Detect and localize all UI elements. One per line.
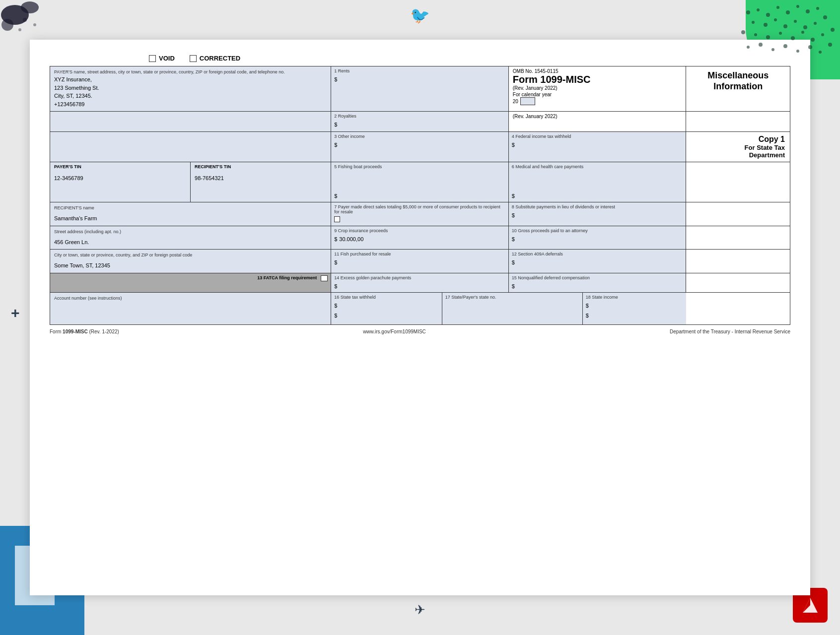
copy1-sub1: For State Tax	[691, 144, 785, 151]
bird-top-icon: 🐦	[410, 6, 430, 25]
field-1-dollar: $	[334, 76, 337, 82]
calendar-year-row: 20	[513, 97, 682, 105]
svg-point-13	[816, 7, 819, 10]
svg-point-5	[18, 28, 21, 31]
svg-point-38	[828, 43, 832, 47]
svg-point-1	[21, 1, 39, 13]
field-4-input[interactable]: $	[512, 141, 683, 149]
field-18a-input[interactable]: $	[586, 302, 684, 310]
field-2-value[interactable]	[338, 121, 505, 128]
field-18a-value[interactable]	[590, 302, 683, 310]
field-16a-input[interactable]: $	[334, 302, 439, 310]
svg-point-23	[754, 33, 757, 36]
field-12-cell: 12 Section 409A deferrals $	[509, 250, 687, 273]
calendar-year-prefix: 20	[513, 99, 518, 104]
corrected-label: CORRECTED	[200, 55, 240, 62]
row-2: 2 Royalties $ (Rev. January 2022)	[50, 112, 790, 132]
field-12-input[interactable]: $	[512, 258, 683, 266]
field-10-value[interactable]	[516, 235, 683, 243]
row8-spacer	[686, 273, 790, 292]
field-18b-value[interactable]	[590, 312, 683, 319]
field-3-input[interactable]: $	[334, 141, 505, 149]
field-10-cell: 10 Gross proceeds paid to an attorney $	[509, 226, 687, 250]
green-dots-decoration	[738, 2, 838, 82]
field-9-value[interactable]	[338, 235, 505, 243]
field-16-cell: 16 State tax withheld $ $	[331, 293, 442, 324]
field-7-cell: 7 Payer made direct sales totaling $5,00…	[331, 202, 509, 226]
field-5-label: 5 Fishing boat proceeds	[334, 164, 505, 169]
payer-label: PAYER'S name, street address, city or to…	[54, 69, 327, 74]
svg-point-16	[774, 18, 777, 21]
city-state-label: City or town, state or province, country…	[54, 253, 327, 257]
svg-point-14	[752, 21, 755, 24]
field-3-label: 3 Other income	[334, 134, 505, 139]
row-1: PAYER'S name, street address, city or to…	[50, 66, 790, 112]
field-17b-line[interactable]	[445, 312, 579, 319]
field-15-input[interactable]: $	[512, 282, 683, 290]
void-checkbox-label[interactable]: VOID	[149, 55, 175, 62]
row-3: 3 Other income $ 4 Federal income tax wi…	[50, 132, 790, 162]
field-6-input[interactable]: $	[512, 192, 683, 200]
field-1-value[interactable]	[338, 75, 505, 83]
cross-left-icon: +	[11, 305, 20, 321]
svg-point-19	[803, 25, 807, 29]
field-9-input[interactable]: $	[334, 235, 505, 243]
field-1-input[interactable]: $	[334, 75, 505, 83]
row-9: Account number (see instructions) 16 Sta…	[50, 293, 790, 324]
field-15-value[interactable]	[516, 282, 683, 290]
field-3-value[interactable]	[338, 141, 505, 149]
void-corrected-row: VOID CORRECTED	[50, 55, 790, 62]
field-11-cell: 11 Fish purchased for resale $	[331, 250, 509, 273]
street-address-label: Street address (including apt. no.)	[54, 229, 327, 234]
omb-cell: OMB No. 1545-0115 Form 1099-MISC (Rev. J…	[509, 66, 687, 111]
year-input-box[interactable]	[520, 97, 535, 105]
payer-address1: 123 Something St.	[54, 84, 327, 92]
field-11-input[interactable]: $	[334, 258, 505, 266]
form-name: Form 1099-MISC	[513, 74, 682, 85]
field-5-cell: 5 Fishing boat proceeds $	[331, 162, 509, 202]
fatca-checkbox[interactable]	[321, 275, 328, 281]
field-6-value[interactable]	[516, 192, 683, 200]
field-4-value[interactable]	[516, 141, 683, 149]
void-checkbox[interactable]	[149, 55, 156, 62]
field-11-value[interactable]	[338, 258, 505, 266]
field-18b-input[interactable]: $	[586, 312, 684, 319]
field-12-value[interactable]	[516, 258, 683, 266]
field-16b-value[interactable]	[338, 312, 438, 319]
svg-point-30	[831, 28, 835, 32]
field-17a-line[interactable]	[445, 302, 579, 310]
payer-tin-value: 12-3456789	[54, 169, 186, 181]
field-9-label: 9 Crop insurance proceeds	[334, 228, 505, 233]
svg-point-37	[819, 51, 822, 54]
account-number-cell: Account number (see instructions)	[50, 293, 331, 324]
field-10-input[interactable]: $	[512, 235, 683, 243]
field-8-input[interactable]: $	[512, 211, 683, 219]
svg-point-22	[741, 30, 745, 34]
form-subtitle: (Rev. January 2022)	[513, 85, 682, 91]
svg-point-10	[786, 10, 790, 14]
field-5-value[interactable]	[338, 192, 505, 200]
field-14-label: 14 Excess golden parachute payments	[334, 275, 505, 280]
field-8-value[interactable]	[516, 211, 683, 219]
corrected-checkbox-label[interactable]: CORRECTED	[190, 55, 240, 62]
field-12-label: 12 Section 409A deferrals	[512, 252, 683, 256]
field-14-value[interactable]	[338, 282, 505, 290]
field-7-checkbox-box[interactable]	[334, 216, 340, 222]
field-5-input[interactable]: $	[334, 192, 505, 200]
payer-spacer	[50, 112, 331, 131]
footer-url: www.irs.gov/Form1099MISC	[363, 329, 426, 334]
field-16b-input[interactable]: $	[334, 312, 439, 319]
svg-point-35	[796, 50, 799, 53]
field-7-checkbox	[334, 216, 505, 222]
field-6-label: 6 Medical and health care payments	[512, 164, 683, 169]
field-14-cell: 14 Excess golden parachute payments $	[331, 273, 509, 292]
field-2-input[interactable]: $	[334, 121, 505, 128]
corrected-checkbox[interactable]	[190, 55, 197, 62]
field-16a-value[interactable]	[338, 302, 438, 310]
payer-phone: +123456789	[54, 100, 327, 109]
row-4: PAYER'S TIN 12-3456789 RECIPIENT'S TIN 9…	[50, 162, 790, 202]
svg-point-4	[33, 23, 36, 26]
copy1-cell: Copy 1 For State Tax Department	[686, 132, 790, 162]
field-14-input[interactable]: $	[334, 282, 505, 290]
svg-point-36	[808, 45, 812, 49]
